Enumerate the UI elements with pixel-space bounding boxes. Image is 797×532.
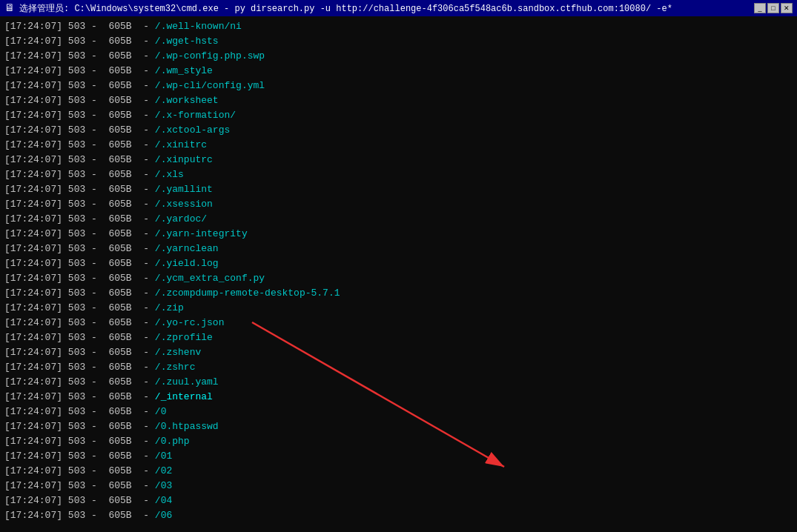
terminal-line: [17:24:07] 503 - 605B - /0 xyxy=(4,405,793,419)
terminal-line: [17:24:07] 503 - 605B - /.wp-cli/config.… xyxy=(4,79,793,93)
terminal-line: [17:24:07] 503 - 605B - /01 xyxy=(4,449,793,464)
title-bar-icon: 🖥 xyxy=(4,2,15,14)
terminal-line: [17:24:07] 503 - 605B - /06 xyxy=(4,508,793,523)
maximize-button[interactable]: □ xyxy=(767,3,779,13)
title-bar: 🖥 选择管理员: C:\Windows\system32\cmd.exe - p… xyxy=(0,0,797,16)
terminal-line: [17:24:07] 503 - 605B - /.wp-config.php.… xyxy=(4,49,793,64)
terminal: [17:24:07] 503 - 605B - /.well-known/ni[… xyxy=(0,16,797,532)
terminal-line: [17:24:07] 503 - 605B - /0.php xyxy=(4,434,793,449)
terminal-line: [17:24:07] 503 - 605B - /.xinitrc xyxy=(4,138,793,153)
terminal-line: [17:24:07] 503 - 605B - /0.htpasswd xyxy=(4,419,793,434)
terminal-line: [17:24:07] 503 - 605B - /.yield.log xyxy=(4,256,793,271)
terminal-line: [17:24:07] 503 - 605B - /.zuul.yaml xyxy=(4,375,793,390)
terminal-line: [17:24:07] 503 - 605B - /.wm_style xyxy=(4,64,793,79)
terminal-line: [17:24:07] 503 - 605B - /.xsession xyxy=(4,197,793,212)
terminal-line: [17:24:07] 503 - 605B - /.well-known/ni xyxy=(4,19,793,34)
terminal-line: [17:24:07] 503 - 605B - /02 xyxy=(4,464,793,479)
terminal-line: [17:24:07] 503 - 605B - /.xinputrc xyxy=(4,153,793,167)
terminal-line: [17:24:07] 503 - 605B - /.yo-rc.json xyxy=(4,316,793,330)
title-bar-controls: _ □ ✕ xyxy=(754,3,793,13)
terminal-line: [17:24:07] 503 - 605B - /03 xyxy=(4,479,793,493)
terminal-line: [17:24:07] 503 - 605B - /.zprofile xyxy=(4,330,793,345)
terminal-line: [17:24:07] 503 - 605B - /.ycm_extra_conf… xyxy=(4,271,793,286)
terminal-line: [17:24:07] 503 - 605B - /.yardoc/ xyxy=(4,212,793,227)
terminal-line: [17:24:07] 503 - 605B - /_internal xyxy=(4,390,793,405)
title-bar-text: 选择管理员: C:\Windows\system32\cmd.exe - py … xyxy=(19,2,750,15)
terminal-line: [17:24:07] 503 - 605B - /.zshrc xyxy=(4,360,793,375)
terminal-line: [17:24:07] 503 - 605B - /.zshenv xyxy=(4,345,793,360)
terminal-line: [17:24:07] 503 - 605B - /04 xyxy=(4,493,793,508)
terminal-line: [17:24:07] 503 - 605B - /.yarnclean xyxy=(4,242,793,256)
close-button[interactable]: ✕ xyxy=(781,3,793,13)
terminal-line: [17:24:07] 503 - 605B - /.zip xyxy=(4,301,793,316)
terminal-line: [17:24:07] 503 - 605B - /.xctool-args xyxy=(4,123,793,138)
terminal-line: [17:24:07] 503 - 605B - /.x-formation/ xyxy=(4,108,793,123)
terminal-line: [17:24:07] 503 - 605B - /.xls xyxy=(4,167,793,182)
terminal-line: [17:24:07] 503 - 605B - /.yamllint xyxy=(4,182,793,197)
terminal-line: [17:24:07] 503 - 605B - /.wget-hsts xyxy=(4,34,793,49)
terminal-line: [17:24:07] 503 - 605B - /.worksheet xyxy=(4,93,793,108)
terminal-line: [17:24:07] 503 - 605B - /.zcompdump-remo… xyxy=(4,286,793,301)
minimize-button[interactable]: _ xyxy=(754,3,766,13)
terminal-line: [17:24:07] 503 - 605B - /.yarn-integrity xyxy=(4,227,793,242)
